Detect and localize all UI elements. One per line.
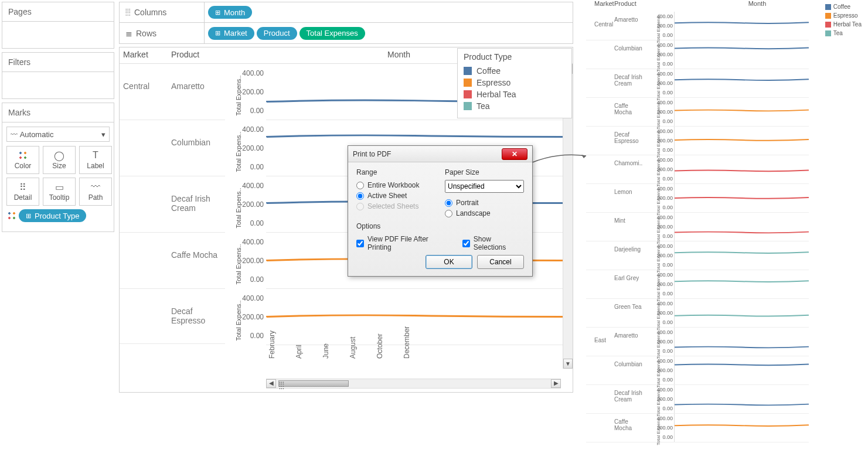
color-icon [18,150,28,161]
orientation-landscape[interactable]: Landscape [445,208,524,219]
rows-shelf[interactable]: ≣Rows ⊞MarketProductTotal Expenses [119,23,573,44]
expand-icon: ⊞ [26,212,31,220]
detail-icon: ⠿ [19,182,26,192]
preview-row: Chamomi..Total Expens..400.00200.000.00 [586,155,809,184]
dialog-title: Print to PDF [353,150,391,158]
tooltip-icon: ▭ [55,182,64,192]
pv-header-product: Product [614,0,648,11]
preview-row: MintTotal Expens..400.00200.000.00 [586,213,809,241]
range-label: Range [356,168,435,176]
preview-row: Decaf EspressoTotal Expens..400.00200.00… [586,127,809,155]
preview-row: ColumbianTotal Expens..400.00200.000.00 [586,356,809,385]
option-view-pdf-file-after-printing[interactable]: View PDF File After Printing [356,234,452,253]
paper-size-select[interactable]: Unspecified [445,180,524,193]
range-option-entire-workbook[interactable]: Entire Workbook [356,180,435,190]
pill-month[interactable]: ⊞Month [208,6,252,19]
pv-legend-item: Tea [825,29,862,38]
preview-row: Caffe MochaTotal Expens..400.00200.000.0… [586,414,809,442]
row-market-label [120,176,168,232]
size-icon: ◯ [54,150,64,161]
mark-type-select[interactable]: 〰 Automatic ▾ [6,127,110,142]
pages-label: Pages [2,2,114,22]
preview-row: Green TeaTotal Expens..400.00200.000.00 [586,299,809,328]
legend-item-herbal-tea[interactable]: Herbal Tea [464,88,566,100]
options-label: Options [356,222,524,230]
color-legend[interactable]: Product Type CoffeeEspressoHerbal TeaTea [457,48,572,118]
swatch-icon [464,102,472,110]
cancel-button[interactable]: Cancel [477,255,524,269]
month-tick: August [349,337,357,359]
header-product: Product [168,47,225,63]
preview-row: CentralAmarettoTotal Expens..400.00200.0… [586,12,809,40]
pill-market[interactable]: ⊞Market [208,27,254,40]
preview-row: ColumbianTotal Expens..400.00200.000.00 [586,40,809,69]
mark-size-button[interactable]: ◯Size [43,146,76,174]
paper-size-label: Paper Size [445,168,524,176]
close-button[interactable]: ✕ [502,148,527,160]
row-product-label: Decaf Irish Cream [168,176,225,232]
month-tick: April [295,345,303,359]
filters-shelf[interactable]: Filters [2,52,114,99]
chevron-down-icon: ▾ [101,130,105,139]
preview-row: Earl GreyTotal Expens..400.00200.000.00 [586,270,809,299]
scroll-down-button[interactable]: ▼ [563,359,573,369]
horizontal-scrollbar[interactable]: ◀ ⦙⦙⦙ ▶ [266,379,561,389]
row-market-label [120,289,168,343]
label-icon: T [93,150,98,161]
palette-icon [7,211,16,220]
mark-color-button[interactable]: Color [6,146,39,174]
pill-total-expenses[interactable]: Total Expenses [299,27,365,40]
month-tick: June [322,343,330,359]
row-market-label [120,233,168,288]
mark-path-button[interactable]: 〰Path [79,178,112,206]
pv-header-market: Market [586,0,614,11]
marks-label: Marks [2,103,114,122]
pill-product[interactable]: Product [257,27,297,40]
columns-shelf[interactable]: ⦙⦙⦙Columns ⊞Month [119,2,573,23]
row-market-label [120,120,168,176]
preview-row: LemonTotal Expens..400.00200.000.00 [586,184,809,213]
row-product-label: Caffe Mocha [168,233,225,288]
scroll-left-button[interactable]: ◀ [266,379,276,388]
legend-item-tea[interactable]: Tea [464,100,566,112]
scroll-right-button[interactable]: ▶ [551,379,561,388]
pv-legend-item: Herbal Tea [825,20,862,29]
marks-pill-product-type[interactable]: ⊞ Product Type [19,209,86,222]
swatch-icon [464,67,472,75]
row-product-label: Columbian [168,120,225,176]
filters-label: Filters [2,53,114,72]
pv-legend-item: Espresso [825,11,862,20]
pdf-preview: Market Product Month CentralAmarettoTota… [586,0,866,453]
preview-row: DarjeelingTotal Expens..400.00200.000.00 [586,241,809,270]
preview-row: Caffe MochaTotal Expens..400.00200.000.0… [586,98,809,127]
legend-item-coffee[interactable]: Coffee [464,65,566,77]
option-show-selections[interactable]: Show Selections [462,234,524,253]
range-option-selected-sheets: Selected Sheets [356,201,435,212]
print-to-pdf-dialog: Print to PDF ✕ Range Entire WorkbookActi… [348,145,533,277]
pv-legend-item: Coffee [825,2,862,11]
scroll-thumb-h[interactable]: ⦙⦙⦙ [278,380,349,387]
month-tick: December [403,326,411,359]
path-icon: 〰 [91,182,100,192]
header-market: Market [120,47,168,63]
mark-tooltip-button[interactable]: ▭Tooltip [43,178,76,206]
rows-icon: ≣ [125,29,132,38]
legend-item-espresso[interactable]: Espresso [464,77,566,88]
columns-icon: ⦙⦙⦙ [125,8,131,18]
range-option-active-sheet[interactable]: Active Sheet [356,190,435,201]
pv-legend: CoffeeEspressoHerbal TeaTea [825,2,862,38]
month-tick: February [268,331,276,359]
pages-shelf[interactable]: Pages [2,2,114,49]
swatch-icon [464,90,472,98]
mark-label-button[interactable]: TLabel [79,146,112,174]
preview-row: EastAmarettoTotal Expens..400.00200.000.… [586,328,809,356]
row-market-label: Central [120,64,168,120]
mark-detail-button[interactable]: ⠿Detail [6,178,39,206]
row-product-label: Amaretto [168,64,225,120]
marks-card: Marks 〰 Automatic ▾ Color◯SizeTLabel⠿Det… [2,103,114,232]
swatch-icon [464,79,472,87]
preview-row: Decaf Irish CreamTotal Expens..400.00200… [586,385,809,414]
preview-row: Decaf Irish CreamTotal Expens..400.00200… [586,69,809,98]
ok-button[interactable]: OK [426,255,472,269]
orientation-portrait[interactable]: Portrait [445,197,524,208]
